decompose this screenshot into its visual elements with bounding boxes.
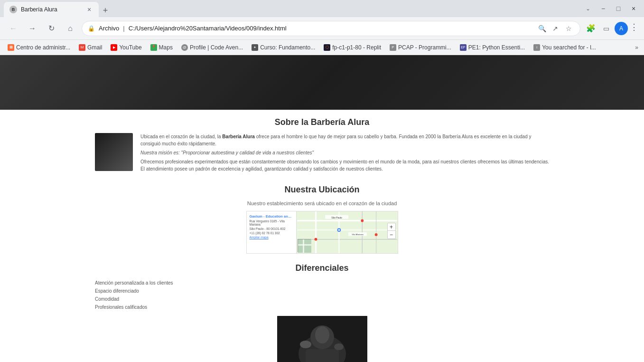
- share-icon[interactable]: ↗: [550, 23, 561, 34]
- bookmark-replit-label: fp-c1-p1-80 - Replit: [332, 44, 381, 51]
- map-container[interactable]: São Paulo Vila Mariana + −: [246, 211, 398, 254]
- title-bar: B Barbería Alura × + ⌄ − □ ×: [0, 0, 644, 17]
- maximize-button[interactable]: □: [612, 2, 625, 15]
- bookmark-curso-icon: ✦: [252, 44, 258, 51]
- barber-image: [277, 316, 367, 362]
- map-ampliar-link[interactable]: Ampliar mapa: [250, 236, 293, 239]
- map-panel-addr2: São Paulo - 80 00101-602: [250, 227, 293, 230]
- bookmark-you-label: You searched for - l...: [542, 44, 596, 51]
- map-panel-phone: +11 (28) 02 78 01 302: [250, 231, 293, 235]
- bookmark-ms[interactable]: ⊞ Centro de administr...: [4, 42, 74, 53]
- bookmark-you[interactable]: i You searched for - l...: [530, 42, 600, 53]
- about-mision: Nuestra misión es: "Proporcionar autoest…: [140, 149, 549, 156]
- bookmark-youtube-label: YouTube: [119, 44, 141, 51]
- map-main-area: São Paulo Vila Mariana + −: [297, 211, 398, 253]
- bookmark-code-icon: @: [181, 44, 188, 51]
- map-zoom-out[interactable]: −: [388, 231, 395, 238]
- svg-text:São Paulo: São Paulo: [331, 217, 342, 219]
- svg-text:Vila Mariana: Vila Mariana: [352, 233, 364, 236]
- svg-point-12: [374, 233, 377, 236]
- diferencial-item-3: Comodidad: [95, 295, 549, 303]
- location-section: Nuestra Ubicación Nuestro establecimient…: [0, 180, 644, 258]
- bookmark-curso[interactable]: ✦ Curso: Fundamento...: [248, 42, 319, 53]
- svg-point-9: [338, 229, 340, 231]
- location-title: Nuestra Ubicación: [0, 185, 644, 195]
- bookmark-pe1[interactable]: EP PE1: Python Essenti...: [456, 42, 529, 53]
- svg-point-23: [315, 326, 329, 343]
- back-button[interactable]: ←: [6, 21, 21, 36]
- diferencial-item-1: Atención personalizada a los clientes: [95, 279, 549, 287]
- address-bar: ← → ↻ ⌂ 🔒 Archivo | C:/Users/Alejandro%2…: [0, 17, 644, 40]
- chrome-menu-button[interactable]: ⌄: [581, 2, 595, 15]
- url-bar[interactable]: 🔒 Archivo | C:/Users/Alejandro%20Santama…: [82, 21, 580, 36]
- barber-svg: [277, 316, 367, 362]
- tab-group: B Barbería Alura × +: [4, 0, 578, 17]
- home-button[interactable]: ⌂: [63, 21, 78, 36]
- about-section: Sobre la Barbería Alura Ubicada en el co…: [0, 110, 644, 180]
- bookmark-code[interactable]: @ Profile | Code Aven...: [177, 42, 247, 53]
- map-mini-thumbnail: [298, 239, 311, 252]
- map-panel-title: Gaelum - Education and Inno...: [250, 214, 293, 219]
- lock-icon: 🔒: [88, 25, 95, 32]
- about-description: Ubicada en el corazón de la ciudad, la B…: [140, 133, 549, 147]
- extension-puzzle-icon[interactable]: 🧩: [584, 22, 597, 35]
- barber-image-inner: [277, 316, 367, 362]
- bookmark-youtube-icon: ▶: [111, 44, 117, 51]
- page-content: Sobre la Barbería Alura Ubicada en el co…: [0, 55, 644, 362]
- about-extra: Ofrecemos profesionales experimentados q…: [140, 158, 549, 172]
- search-icon[interactable]: 🔍: [536, 23, 548, 34]
- new-tab-button[interactable]: +: [99, 4, 112, 17]
- bookmark-ms-icon: ⊞: [8, 44, 14, 51]
- bookmark-pcap-label: PCAP - Programmi...: [398, 44, 451, 51]
- map-panel: Gaelum - Education and Inno... Rua Vergu…: [247, 211, 297, 253]
- bookmark-maps[interactable]: 📍 Maps: [147, 42, 177, 53]
- hero-banner: [0, 55, 644, 110]
- tab-title: Barbería Alura: [21, 6, 82, 13]
- map-svg: São Paulo Vila Mariana: [297, 211, 398, 253]
- profile-icon[interactable]: A: [615, 22, 628, 35]
- bookmark-maps-label: Maps: [159, 44, 173, 51]
- bookmark-replit-icon: ⬡: [324, 44, 330, 51]
- bookmarks-bar: ⊞ Centro de administr... M Gmail ▶ YouTu…: [0, 40, 644, 55]
- bookmark-pcap[interactable]: P PCAP - Programmi...: [386, 42, 455, 53]
- svg-point-11: [314, 238, 317, 241]
- browser-frame: B Barbería Alura × + ⌄ − □ × ← → ↻ ⌂ 🔒 A…: [0, 0, 644, 362]
- reload-button[interactable]: ↻: [44, 21, 59, 36]
- map-zoom-in[interactable]: +: [388, 223, 395, 231]
- svg-rect-24: [306, 349, 339, 362]
- bookmark-gmail-label: Gmail: [87, 44, 102, 51]
- minimize-button[interactable]: −: [597, 2, 610, 15]
- about-title: Sobre la Barbería Alura: [0, 117, 644, 127]
- more-bookmarks-button[interactable]: »: [633, 44, 640, 51]
- location-subtitle: Nuestro establecimiento será ubicado en …: [0, 200, 644, 206]
- bookmark-youtube[interactable]: ▶ YouTube: [107, 42, 145, 53]
- tab-favicon: B: [9, 6, 17, 13]
- bookmark-star-icon[interactable]: ☆: [563, 23, 574, 34]
- extension-sidebar-icon[interactable]: ▭: [599, 22, 613, 35]
- url-text: C:/Users/Alejandro%20Santamaria/Videos/0…: [129, 25, 287, 32]
- bookmark-pe1-icon: EP: [460, 44, 467, 51]
- active-tab[interactable]: B Barbería Alura ×: [4, 2, 99, 17]
- diferenciales-title: Diferenciales: [0, 263, 644, 273]
- bookmark-pe1-label: PE1: Python Essenti...: [468, 44, 525, 51]
- bookmark-code-label: Profile | Code Aven...: [190, 44, 243, 51]
- chrome-more-button[interactable]: ⋮: [630, 22, 638, 35]
- url-scheme: Archivo: [99, 25, 119, 32]
- mision-quote: "Proporcionar autoestima y calidad de vi…: [181, 150, 314, 155]
- bookmark-curso-label: Curso: Fundamento...: [260, 44, 315, 51]
- svg-rect-17: [298, 239, 311, 253]
- close-button[interactable]: ×: [627, 2, 640, 15]
- diferenciales-list: Atención personalizada a los clientes Es…: [0, 279, 644, 311]
- url-separator: |: [123, 25, 124, 32]
- svg-point-25: [300, 341, 311, 348]
- bookmark-replit[interactable]: ⬡ fp-c1-p1-80 - Replit: [320, 42, 385, 53]
- bookmark-maps-icon: 📍: [150, 44, 157, 51]
- tab-close-button[interactable]: ×: [85, 6, 93, 13]
- svg-rect-18: [298, 244, 311, 246]
- url-action-icons: 🔍 ↗ ☆: [536, 23, 574, 34]
- bookmark-gmail[interactable]: M Gmail: [75, 42, 106, 53]
- forward-button[interactable]: →: [25, 21, 40, 36]
- extension-icons: 🧩 ▭ A ⋮: [584, 22, 638, 35]
- map-panel-addr1: Rua Vergueiro 3185 - Vila Mariana: [250, 219, 293, 226]
- bookmark-pcap-icon: P: [390, 44, 396, 51]
